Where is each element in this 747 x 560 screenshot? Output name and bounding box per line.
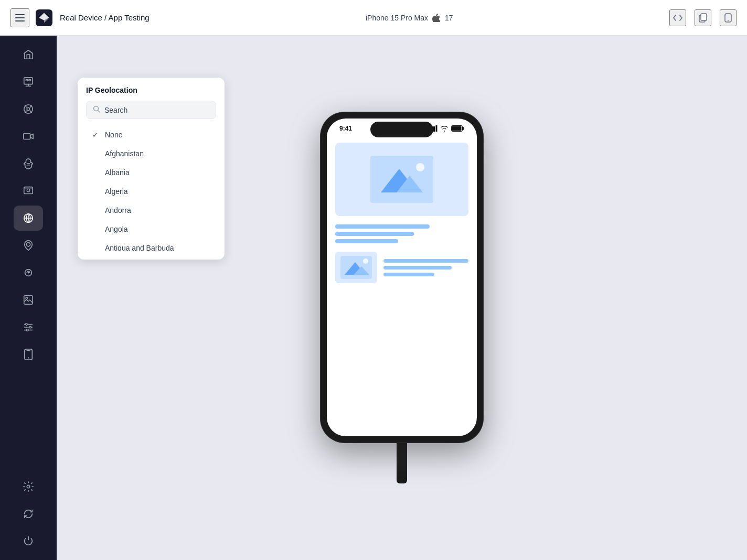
country-item-angola[interactable]: ✓ Angola — [86, 220, 216, 239]
country-name: Afghanistan — [105, 149, 144, 158]
sidebar-item-power[interactable] — [14, 529, 43, 554]
top-bar: Real Device / App Testing iPhone 15 Pro … — [0, 0, 747, 36]
svg-rect-20 — [24, 296, 33, 305]
svg-point-42 — [363, 259, 368, 264]
apple-icon — [432, 14, 441, 22]
country-name: Albania — [105, 168, 130, 177]
sidebar-item-refresh[interactable] — [14, 501, 43, 526]
sidebar-item-network[interactable] — [14, 260, 43, 285]
svg-point-18 — [26, 243, 30, 246]
code-button[interactable] — [669, 9, 686, 26]
sidebar-item-media[interactable] — [14, 287, 43, 313]
small-card — [335, 252, 468, 283]
country-list: ✓ None ✓ Afghanistan ✓ Albania ✓ Algeria… — [86, 125, 216, 251]
country-item-none[interactable]: ✓ None — [86, 125, 216, 144]
sidebar-item-home[interactable] — [14, 42, 43, 67]
sidebar-item-video[interactable] — [14, 124, 43, 149]
svg-point-21 — [26, 297, 28, 299]
svg-rect-14 — [24, 187, 33, 194]
geolocation-panel: IP Geolocation ✓ None ✓ Afghanistan — [78, 78, 225, 260]
sidebar — [0, 36, 57, 560]
svg-rect-5 — [701, 14, 707, 20]
large-card — [335, 143, 468, 243]
country-item-antigua[interactable]: ✓ Antigua and Barbuda — [86, 239, 216, 251]
svg-rect-34 — [452, 126, 462, 131]
copy-button[interactable] — [695, 9, 711, 26]
country-name: Andorra — [105, 206, 131, 214]
status-icons — [429, 125, 464, 132]
device-name: iPhone 15 Pro Max — [366, 14, 428, 22]
small-card-lines — [383, 259, 468, 276]
country-name: Algeria — [105, 187, 128, 196]
phone-container: 9:41 — [321, 112, 483, 483]
menu-toggle-button[interactable] — [10, 8, 29, 27]
main-content: 9:41 — [57, 36, 747, 560]
country-name: Angola — [105, 225, 128, 233]
os-version: 17 — [445, 14, 453, 22]
svg-rect-33 — [463, 127, 464, 130]
text-line-1 — [335, 224, 430, 229]
sidebar-item-inspector[interactable] — [14, 69, 43, 94]
small-mountain-image — [340, 256, 372, 279]
top-bar-actions — [669, 9, 737, 26]
device-info: iPhone 15 Pro Max 17 — [150, 14, 669, 22]
svg-rect-8 — [24, 78, 33, 84]
svg-rect-2 — [15, 20, 25, 21]
large-image-placeholder — [335, 143, 468, 216]
svg-point-15 — [27, 189, 30, 192]
sidebar-item-device[interactable] — [14, 342, 43, 367]
page-title: Real Device / App Testing — [60, 13, 150, 22]
geo-panel-title: IP Geolocation — [86, 86, 216, 94]
svg-rect-31 — [436, 125, 437, 132]
sidebar-item-replay[interactable] — [14, 178, 43, 203]
small-line-1 — [383, 259, 468, 263]
device-button[interactable] — [720, 9, 737, 26]
phone-time: 9:41 — [339, 125, 352, 132]
country-item-albania[interactable]: ✓ Albania — [86, 163, 216, 182]
svg-rect-30 — [433, 126, 435, 132]
svg-rect-0 — [15, 14, 25, 15]
svg-rect-9 — [26, 79, 28, 81]
country-item-afghanistan[interactable]: ✓ Afghanistan — [86, 144, 216, 163]
svg-point-23 — [29, 326, 31, 328]
svg-rect-10 — [29, 79, 31, 81]
phone-frame: 9:41 — [321, 112, 483, 443]
app-logo — [35, 8, 54, 27]
battery-icon — [451, 125, 464, 132]
sidebar-item-geolocation[interactable] — [14, 206, 43, 231]
mountain-image — [370, 156, 433, 203]
svg-point-38 — [416, 163, 424, 171]
search-icon — [93, 105, 100, 114]
phone-screen: 9:41 — [327, 119, 477, 436]
small-line-3 — [383, 273, 434, 276]
svg-point-19 — [28, 272, 29, 274]
svg-point-26 — [28, 357, 29, 358]
svg-rect-1 — [15, 17, 25, 18]
sidebar-item-screenshot[interactable] — [14, 96, 43, 122]
check-icon: ✓ — [92, 131, 101, 139]
sidebar-item-settings-adjust[interactable] — [14, 315, 43, 340]
phone-app-content — [327, 134, 477, 436]
country-item-algeria[interactable]: ✓ Algeria — [86, 182, 216, 201]
svg-point-24 — [26, 329, 28, 331]
sidebar-item-settings[interactable] — [14, 474, 43, 499]
svg-point-27 — [27, 485, 30, 488]
svg-point-22 — [26, 324, 28, 326]
text-line-2 — [335, 232, 414, 236]
wifi-icon — [440, 125, 449, 132]
small-line-2 — [383, 266, 452, 270]
phone-cable — [397, 441, 407, 483]
country-item-andorra[interactable]: ✓ Andorra — [86, 201, 216, 220]
geo-search-box[interactable] — [86, 101, 216, 119]
small-image-placeholder — [335, 252, 377, 283]
country-name: None — [105, 131, 122, 139]
svg-rect-13 — [24, 134, 30, 139]
phone-notch — [370, 122, 433, 137]
country-name: Antigua and Barbuda — [105, 244, 174, 251]
svg-point-7 — [728, 20, 729, 21]
search-input[interactable] — [104, 106, 209, 114]
text-line-3 — [335, 239, 398, 243]
sidebar-item-debug[interactable] — [14, 151, 43, 176]
sidebar-item-location-pin[interactable] — [14, 233, 43, 258]
card-text-lines — [335, 224, 468, 243]
